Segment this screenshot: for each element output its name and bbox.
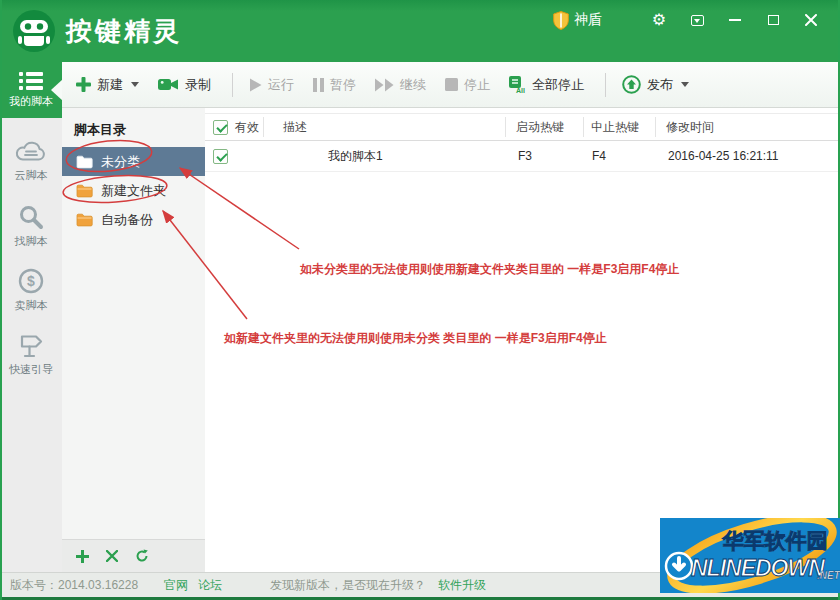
close-button[interactable] [796, 8, 826, 32]
onlinedown-watermark: 华军软件园 NLINEDOWN .NET [660, 518, 840, 593]
folder-icon [76, 155, 93, 169]
script-directory-panel: 脚本目录 未分类 新建文件夹 自动备份 [62, 108, 205, 572]
titlebar: 按键精灵 神盾 ⚙ [0, 0, 840, 62]
button-label: 全部停止 [532, 76, 584, 94]
settings-button[interactable]: ⚙ [644, 8, 674, 32]
app-window: 按键精灵 神盾 ⚙ [0, 0, 840, 600]
column-header-stop-hotkey: 中止热键 [583, 117, 655, 137]
button-label: 暂停 [330, 76, 356, 94]
button-label: 继续 [400, 76, 426, 94]
svg-text:All: All [516, 87, 525, 94]
delete-icon [106, 550, 118, 562]
directory-item-label: 新建文件夹 [101, 182, 166, 200]
directory-panel-title: 脚本目录 [62, 108, 205, 147]
resume-button[interactable]: 继续 [375, 76, 426, 94]
folder-icon [76, 213, 93, 227]
directory-item-auto-backup[interactable]: 自动备份 [62, 205, 205, 234]
chevron-down-icon [131, 82, 139, 87]
play-icon [249, 78, 262, 92]
record-button[interactable]: 录制 [158, 76, 211, 94]
dollar-icon: $ [18, 268, 44, 294]
app-title: 按键精灵 [66, 14, 182, 49]
toolbar-separator [605, 73, 606, 97]
gear-icon: ⚙ [652, 12, 666, 28]
update-prompt: 发现新版本，是否现在升级？ [270, 577, 426, 594]
minimize-icon [729, 19, 741, 21]
run-button[interactable]: 运行 [249, 76, 294, 94]
nav-label: 找脚本 [15, 234, 48, 249]
nav-item-my-scripts[interactable]: 我的脚本 [0, 62, 62, 118]
software-update-link[interactable]: 软件升级 [438, 577, 486, 594]
stop-button[interactable]: 停止 [445, 76, 490, 94]
cloud-icon [15, 140, 47, 164]
minimize-to-tray-button[interactable] [682, 8, 712, 32]
button-label: 运行 [268, 76, 294, 94]
refresh-button[interactable] [135, 549, 149, 563]
resume-icon [375, 78, 394, 92]
row-modified-time: 2016-04-25 16:21:11 [655, 149, 840, 163]
nav-label: 快速引导 [9, 362, 53, 377]
nav-item-cloud-scripts[interactable]: 云脚本 [0, 140, 62, 183]
left-nav-sidebar: 我的脚本 云脚本 找脚本 $ 卖脚本 [0, 62, 62, 572]
official-site-link[interactable]: 官网 [164, 577, 188, 594]
minimize-button[interactable] [720, 8, 750, 32]
maximize-button[interactable] [758, 8, 788, 32]
onlinedown-logo: 华军软件园 NLINEDOWN .NET [660, 518, 840, 593]
select-all-checkbox[interactable] [213, 120, 228, 135]
refresh-icon [135, 549, 149, 563]
add-folder-button[interactable] [76, 550, 89, 563]
row-enabled-checkbox[interactable] [213, 149, 228, 164]
delete-folder-button[interactable] [106, 550, 118, 562]
button-label: 新建 [97, 76, 123, 94]
nav-item-find-scripts[interactable]: 找脚本 [0, 204, 62, 249]
shield-icon [553, 11, 569, 30]
forum-link[interactable]: 论坛 [198, 577, 222, 594]
annotation-note-2: 如新建文件夹里的无法使用则使用未分类 类目里的 一样是F3启用F4停止 [224, 330, 607, 347]
list-icon [19, 71, 43, 91]
close-icon [805, 14, 817, 26]
row-description: 我的脚本1 [263, 148, 505, 165]
nav-label: 我的脚本 [9, 94, 53, 109]
camera-icon [158, 77, 179, 92]
table-header-row: 有效 描述 启动热键 中止热键 修改时间 [205, 113, 840, 141]
pause-button[interactable]: 暂停 [313, 76, 356, 94]
shield-button[interactable]: 神盾 [553, 11, 602, 30]
stop-icon [445, 78, 458, 91]
directory-item-new-folder[interactable]: 新建文件夹 [62, 176, 205, 205]
button-label: 发布 [647, 76, 673, 94]
stop-all-button[interactable]: All 全部停止 [509, 76, 584, 94]
maximize-icon [768, 15, 779, 25]
table-row[interactable]: 我的脚本1 F3 F4 2016-04-25 16:21:11 [205, 141, 840, 172]
folder-icon [76, 184, 93, 198]
add-icon [76, 550, 89, 563]
watermark-cn-text: 华军软件园 [722, 529, 828, 552]
svg-text:$: $ [27, 273, 35, 289]
signpost-icon [18, 332, 44, 358]
directory-item-label: 未分类 [101, 153, 140, 171]
version-label: 版本号：2014.03.16228 [10, 577, 138, 594]
toolbar-separator [232, 73, 233, 97]
watermark-tld-text: .NET [817, 570, 840, 581]
search-icon [18, 204, 44, 230]
button-label: 停止 [464, 76, 490, 94]
toolbar: 新建 录制 运行 暂停 继续 [62, 62, 840, 108]
directory-actions-bar [62, 539, 205, 572]
shield-label: 神盾 [574, 11, 602, 29]
plus-icon [76, 77, 91, 92]
chevron-down-icon [681, 82, 689, 87]
nav-label: 卖脚本 [15, 298, 48, 313]
nav-item-sell-scripts[interactable]: $ 卖脚本 [0, 268, 62, 313]
nav-label: 云脚本 [15, 168, 48, 183]
directory-item-uncategorized[interactable]: 未分类 [62, 147, 205, 176]
new-script-button[interactable]: 新建 [76, 76, 139, 94]
watermark-en-text: NLINEDOWN [691, 555, 825, 581]
tray-icon [691, 15, 704, 26]
stop-all-icon: All [509, 76, 526, 93]
app-logo-robot-icon [12, 9, 56, 53]
annotation-note-1: 如未分类里的无法使用则使用新建文件夹类目里的 一样是F3启用F4停止 [300, 261, 679, 278]
directory-item-label: 自动备份 [101, 211, 153, 229]
column-header-modified-time: 修改时间 [655, 117, 840, 137]
nav-item-quick-guide[interactable]: 快速引导 [0, 332, 62, 377]
row-start-hotkey: F3 [505, 149, 583, 163]
publish-button[interactable]: 发布 [622, 75, 689, 94]
